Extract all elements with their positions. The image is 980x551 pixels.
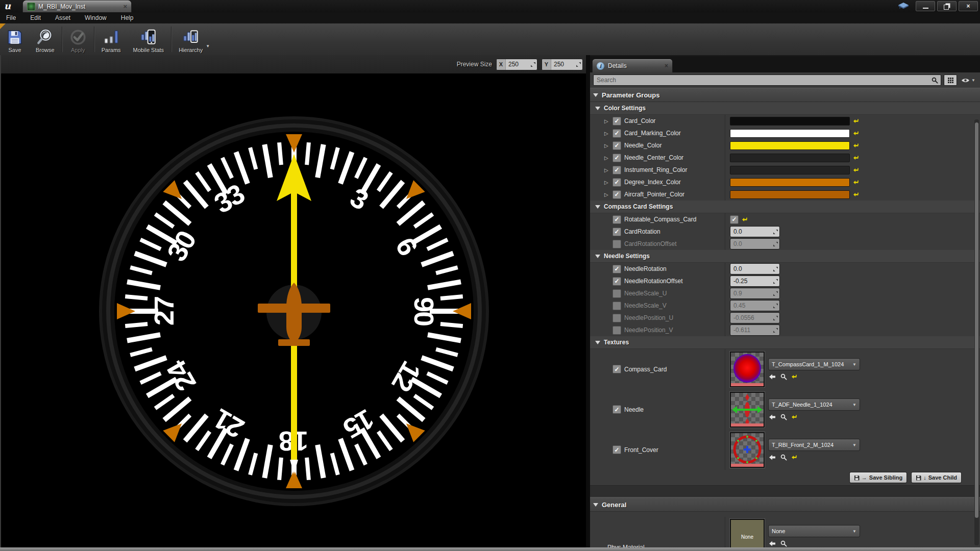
override-checkbox[interactable]: ✓ bbox=[612, 117, 621, 126]
compass-card-settings-header[interactable]: Compass Card Settings bbox=[590, 201, 980, 213]
color-swatch[interactable] bbox=[730, 154, 850, 162]
menu-help[interactable]: Help bbox=[121, 14, 134, 21]
menu-file[interactable]: File bbox=[6, 14, 16, 21]
compass-card-texture-thumbnail[interactable] bbox=[730, 352, 765, 387]
override-checkbox[interactable]: ✓ bbox=[612, 314, 621, 322]
override-checkbox[interactable]: ✓ bbox=[612, 289, 621, 298]
color-swatch[interactable] bbox=[730, 190, 850, 199]
color-swatch[interactable] bbox=[730, 141, 850, 150]
override-checkbox[interactable]: ✓ bbox=[612, 265, 621, 273]
x-axis-value[interactable]: 250 bbox=[506, 61, 529, 68]
hierarchy-button[interactable]: Hierarchy bbox=[173, 23, 209, 55]
reset-to-default-icon[interactable] bbox=[853, 119, 859, 123]
reset-to-default-icon[interactable] bbox=[853, 180, 859, 185]
drag-handle-icon[interactable] bbox=[771, 229, 779, 235]
value-field[interactable]: -0.25 bbox=[730, 276, 780, 287]
phys-material-thumbnail[interactable]: None bbox=[730, 519, 765, 547]
y-axis-value[interactable]: 250 bbox=[551, 61, 574, 68]
reset-to-default-icon[interactable] bbox=[853, 143, 859, 148]
drag-handle-icon[interactable] bbox=[574, 62, 582, 67]
drag-handle-icon[interactable] bbox=[771, 279, 779, 284]
texture-asset-dropdown[interactable]: T_CompassCard_1_M_1024▼ bbox=[768, 358, 860, 370]
reset-to-default-icon[interactable] bbox=[792, 415, 797, 419]
browse-button[interactable]: Browse bbox=[30, 23, 61, 55]
texture-asset-dropdown[interactable]: T_ADF_Needle_1_1024▼ bbox=[768, 398, 860, 411]
preview-size-x-field[interactable]: X 250 bbox=[496, 59, 537, 70]
mobile-stats-button[interactable]: Mobile Stats bbox=[127, 23, 170, 55]
color-swatch[interactable] bbox=[730, 129, 850, 138]
needle-texture-thumbnail[interactable] bbox=[730, 392, 765, 428]
menu-asset[interactable]: Asset bbox=[55, 14, 70, 21]
use-selected-asset-icon[interactable] bbox=[769, 455, 776, 460]
save-sibling-button[interactable]: → Save Sibling bbox=[849, 472, 907, 483]
close-button[interactable]: × bbox=[959, 1, 978, 11]
override-checkbox[interactable]: ✓ bbox=[612, 190, 621, 199]
override-checkbox[interactable]: ✓ bbox=[612, 141, 621, 150]
search-input[interactable] bbox=[594, 75, 932, 85]
override-checkbox[interactable]: ✓ bbox=[612, 445, 621, 454]
texture-asset-dropdown[interactable]: T_RBI_Front_2_M_1024▼ bbox=[768, 439, 860, 451]
front-cover-texture-thumbnail[interactable] bbox=[730, 432, 765, 468]
phys-material-dropdown[interactable]: None▼ bbox=[768, 525, 860, 537]
expander-icon[interactable]: ▷ bbox=[604, 118, 609, 124]
reset-to-default-icon[interactable] bbox=[792, 455, 797, 460]
minimize-button[interactable] bbox=[916, 1, 935, 11]
display-options-button[interactable] bbox=[944, 74, 957, 86]
textures-header[interactable]: Textures bbox=[590, 336, 980, 349]
expander-icon[interactable]: ▷ bbox=[604, 167, 609, 173]
reset-to-default-icon[interactable] bbox=[792, 374, 797, 379]
details-tab-close-icon[interactable]: × bbox=[665, 62, 668, 69]
save-child-button[interactable]: ↓ Save Child bbox=[911, 472, 962, 483]
reset-to-default-icon[interactable] bbox=[853, 156, 859, 160]
color-settings-header[interactable]: Color Settings bbox=[590, 102, 980, 115]
panel-splitter[interactable] bbox=[586, 55, 590, 547]
value-checkbox[interactable]: ✓ bbox=[730, 215, 739, 224]
color-swatch[interactable] bbox=[730, 166, 850, 174]
override-checkbox[interactable]: ✓ bbox=[612, 326, 621, 335]
use-selected-asset-icon[interactable] bbox=[769, 374, 776, 380]
use-selected-asset-icon[interactable] bbox=[769, 414, 776, 420]
details-tab[interactable]: i Details × bbox=[592, 59, 673, 72]
value-field[interactable]: 0.0 bbox=[730, 226, 780, 237]
scrollbar-thumb[interactable] bbox=[975, 122, 978, 518]
view-options-button[interactable]: ▼ bbox=[960, 78, 977, 83]
override-checkbox[interactable]: ✓ bbox=[612, 154, 621, 162]
override-checkbox[interactable]: ✓ bbox=[612, 166, 621, 174]
override-checkbox[interactable]: ✓ bbox=[612, 302, 621, 310]
search-box[interactable] bbox=[593, 74, 941, 86]
expander-icon[interactable]: ▷ bbox=[604, 131, 609, 136]
override-checkbox[interactable]: ✓ bbox=[612, 215, 621, 224]
expander-icon[interactable]: ▷ bbox=[604, 155, 609, 161]
override-checkbox[interactable]: ✓ bbox=[612, 228, 621, 236]
browse-to-asset-icon[interactable] bbox=[780, 540, 787, 547]
expander-icon[interactable]: ▷ bbox=[604, 180, 609, 185]
color-swatch[interactable] bbox=[730, 117, 850, 126]
parameter-groups-header[interactable]: Parameter Groups bbox=[590, 88, 980, 102]
override-checkbox[interactable]: ✓ bbox=[612, 277, 621, 286]
preview-size-y-field[interactable]: Y 250 bbox=[542, 59, 583, 70]
params-button[interactable]: Params bbox=[95, 23, 127, 55]
reset-to-default-icon[interactable] bbox=[853, 192, 859, 197]
menu-edit[interactable]: Edit bbox=[30, 14, 41, 21]
override-checkbox[interactable]: ✓ bbox=[612, 178, 621, 187]
expander-icon[interactable]: ▷ bbox=[604, 192, 609, 197]
value-field[interactable]: 0.0 bbox=[730, 263, 780, 274]
restore-button[interactable] bbox=[937, 1, 957, 11]
reset-to-default-icon[interactable] bbox=[742, 217, 748, 222]
tutorial-cap-icon[interactable] bbox=[898, 3, 909, 10]
browse-to-asset-icon[interactable] bbox=[780, 414, 787, 420]
override-checkbox[interactable]: ✓ bbox=[612, 240, 621, 248]
document-tab[interactable]: M_RBI_Mov_Inst × bbox=[22, 0, 132, 13]
menu-window[interactable]: Window bbox=[85, 14, 107, 21]
reset-to-default-icon[interactable] bbox=[853, 168, 859, 172]
browse-to-asset-icon[interactable] bbox=[780, 454, 787, 461]
override-checkbox[interactable]: ✓ bbox=[612, 365, 621, 373]
preview-viewport[interactable]: Preview Size X 250 Y 250 036901215 bbox=[0, 55, 587, 547]
browse-to-asset-icon[interactable] bbox=[780, 373, 787, 380]
tab-close-icon[interactable]: × bbox=[123, 4, 127, 9]
override-checkbox[interactable]: ✓ bbox=[612, 405, 621, 414]
hierarchy-dropdown-icon[interactable]: ▼ bbox=[206, 44, 210, 48]
details-scrollbar[interactable] bbox=[974, 119, 979, 545]
general-header[interactable]: General bbox=[590, 497, 980, 512]
needle-settings-header[interactable]: Needle Settings bbox=[590, 250, 980, 263]
